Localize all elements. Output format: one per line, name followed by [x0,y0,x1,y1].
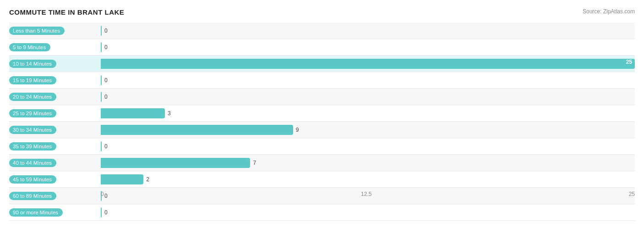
bar-value: 0 [104,209,108,216]
bar-label-pill: 45 to 59 Minutes [9,175,56,184]
bar-track: 0 [101,89,635,105]
bar-track: 25 [101,56,635,72]
chart-body: Less than 5 Minutes05 to 9 Minutes010 to… [9,22,635,204]
bar-row: 5 to 9 Minutes0 [9,39,635,56]
bar-label-pill: 90 or more Minutes [9,208,63,217]
bar-label-pill: 5 to 9 Minutes [9,43,50,51]
bar-value: 0 [104,28,108,34]
bar-row: 30 to 34 Minutes9 [9,122,635,138]
bar-fill [101,92,102,102]
bar-row: 20 to 24 Minutes0 [9,89,635,105]
bar-value: 0 [104,77,108,84]
bar-row: 45 to 59 Minutes2 [9,171,635,188]
bar-track: 0 [101,22,635,39]
bar-row: 10 to 14 Minutes25 [9,56,635,72]
bar-label: 30 to 34 Minutes [9,125,101,134]
bar-label: 15 to 19 Minutes [9,76,101,84]
bar-fill [101,207,102,218]
bar-row: 90 or more Minutes0 [9,204,635,221]
bar-label: 35 to 39 Minutes [9,142,101,151]
bar-row: 15 to 19 Minutes0 [9,72,635,89]
bar-label: 10 to 14 Minutes [9,59,101,68]
bar-value: 9 [296,127,299,133]
bar-row: 25 to 29 Minutes3 [9,105,635,122]
bar-label-pill: 15 to 19 Minutes [9,76,56,84]
bar-value-inside: 25 [626,59,632,65]
bar-track: 7 [101,155,635,171]
bar-label: 25 to 29 Minutes [9,109,101,117]
bar-label-pill: 10 to 14 Minutes [9,60,56,68]
bar-track: 0 [101,204,635,220]
bar-label: 45 to 59 Minutes [9,175,101,184]
x-axis-label: 12.5 [361,191,371,197]
bar-label-pill: 20 to 24 Minutes [9,93,56,101]
bar-track: 0 [101,72,635,88]
chart-container: COMMUTE TIME IN BRANT LAKE Source: ZipAt… [0,0,644,240]
chart-title: COMMUTE TIME IN BRANT LAKE [9,8,124,16]
x-axis-label: 0 [101,191,104,197]
bar-label: 20 to 24 Minutes [9,92,101,101]
chart-source: Source: ZipAtlas.com [583,8,635,15]
bars-area: Less than 5 Minutes05 to 9 Minutes010 to… [9,22,635,190]
bar-row: Less than 5 Minutes0 [9,22,635,39]
bar-track: 0 [101,39,635,55]
bar-label-pill: 30 to 34 Minutes [9,126,56,134]
bar-fill [101,75,102,85]
bar-value: 0 [104,143,108,150]
bar-label-pill: 60 to 89 Minutes [9,192,56,200]
bar-fill [101,108,165,118]
bar-label: 40 to 44 Minutes [9,158,101,167]
bar-label-pill: Less than 5 Minutes [9,27,65,35]
bar-track: 0 [101,138,635,154]
bar-label: 60 to 89 Minutes [9,191,101,200]
bar-value: 2 [146,176,149,183]
bar-row: 35 to 39 Minutes0 [9,138,635,155]
bar-fill [101,26,102,36]
bar-track: 2 [101,171,635,187]
bar-value: 0 [104,44,108,50]
bar-fill [101,141,102,151]
bar-label: 90 or more Minutes [9,208,101,217]
bar-label-pill: 40 to 44 Minutes [9,159,56,167]
bar-label-pill: 25 to 29 Minutes [9,109,56,117]
bar-fill [101,158,250,168]
bar-row: 40 to 44 Minutes7 [9,155,635,171]
bar-value: 0 [104,94,108,100]
x-axis-label: 25 [629,191,635,197]
bar-value: 3 [168,110,171,117]
chart-header: COMMUTE TIME IN BRANT LAKE Source: ZipAt… [9,8,635,16]
bar-value: 7 [253,160,256,166]
x-axis: 012.525 [101,191,635,204]
bar-track: 3 [101,105,635,121]
bar-fill [101,174,143,184]
bar-track: 9 [101,122,635,138]
bar-label-pill: 35 to 39 Minutes [9,142,56,151]
bar-label: 5 to 9 Minutes [9,43,101,51]
bar-fill [101,125,293,135]
bar-fill: 25 [101,59,635,69]
bar-fill [101,42,102,52]
bar-label: Less than 5 Minutes [9,26,101,35]
